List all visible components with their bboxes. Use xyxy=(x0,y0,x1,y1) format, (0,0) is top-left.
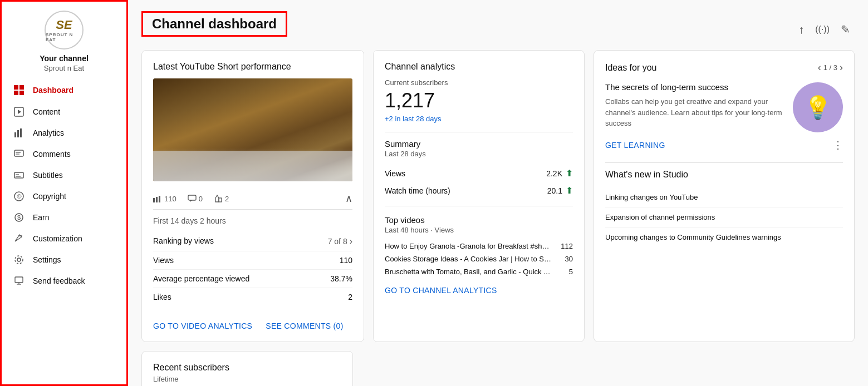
svg-point-20 xyxy=(17,258,21,261)
sidebar-item-label: Customization xyxy=(33,234,82,243)
short-metrics: Ranking by views 7 of 8 › Views 110 Aver… xyxy=(153,232,352,306)
channel-analytics-card: Channel analytics Current subscribers 1,… xyxy=(373,50,585,342)
views-up-arrow: ⬆ xyxy=(566,168,573,179)
top-video-row-3: Bruschetta with Tomato, Basil, and Garli… xyxy=(385,265,573,278)
views-stat: 110 xyxy=(153,195,176,203)
analytics-card-title: Channel analytics xyxy=(385,62,573,72)
ideas-card: Ideas for you ‹ 1 / 3 › The secrets of l… xyxy=(594,50,855,342)
sidebar-item-copyright[interactable]: © Copyright xyxy=(2,186,126,207)
sidebar-item-label: Comments xyxy=(33,150,71,159)
top-video-title-2: Cookies Storage Ideas - A Cookies Jar | … xyxy=(385,255,552,263)
comments-stat: 0 xyxy=(188,195,203,203)
comments-count: 0 xyxy=(199,195,203,203)
main-content: Channel dashboard ↑ ((·)) ✎ Latest YouTu… xyxy=(128,0,868,386)
sidebar-item-label: Send feedback xyxy=(33,276,85,285)
recent-subs-title: Recent subscribers xyxy=(153,363,341,373)
news-item-3[interactable]: Upcoming changes to Community Guidelines… xyxy=(605,227,843,247)
likes-row: Likes 2 xyxy=(153,288,352,306)
svg-rect-25 xyxy=(153,198,155,202)
sidebar-item-earn[interactable]: $ Earn xyxy=(2,207,126,228)
ideas-next-btn[interactable]: › xyxy=(840,62,843,73)
sidebar-item-content[interactable]: Content xyxy=(2,101,126,122)
subscribers-count: 1,217 xyxy=(385,89,573,112)
logo-sub-text: SPROUT N EAT xyxy=(46,32,82,42)
top-video-views-2: 30 xyxy=(556,255,573,263)
svg-rect-3 xyxy=(19,91,24,95)
sidebar-item-analytics[interactable]: Analytics xyxy=(2,122,126,143)
views-bar-icon xyxy=(153,195,162,202)
top-video-row-2: Cookies Storage Ideas - A Cookies Jar | … xyxy=(385,253,573,265)
sidebar-item-dashboard[interactable]: Dashboard xyxy=(2,79,126,101)
feedback-icon xyxy=(13,276,25,286)
svg-rect-28 xyxy=(188,195,196,200)
get-learning-btn[interactable]: GET LEARNING xyxy=(605,141,665,150)
channel-label: Your channel xyxy=(40,54,89,63)
avg-pct-label: Average percentage viewed xyxy=(153,274,249,283)
analytics-views-label: Views xyxy=(385,169,405,178)
sidebar-item-customization[interactable]: Customization xyxy=(2,228,126,249)
short-thumbnail xyxy=(153,78,352,181)
comment-icon-sm xyxy=(188,195,197,202)
avg-pct-value: 38.7% xyxy=(330,274,352,283)
expand-icon[interactable]: ∧ xyxy=(345,192,352,205)
top-videos-title: Top videos xyxy=(385,215,573,225)
svg-rect-7 xyxy=(17,130,19,137)
see-comments-btn[interactable]: SEE COMMENTS (0) xyxy=(266,321,343,330)
sidebar-item-comments[interactable]: Comments xyxy=(2,143,126,165)
short-period: First 14 days 2 hours xyxy=(153,216,352,225)
like-icon-sm xyxy=(214,195,223,202)
top-video-views-1: 112 xyxy=(556,242,573,250)
summary-period: Last 28 days xyxy=(385,150,573,158)
news-item-1[interactable]: Linking changes on YouTube xyxy=(605,187,843,207)
sidebar: SE SPROUT N EAT Your channel Sprout n Ea… xyxy=(0,0,128,386)
upload-icon[interactable]: ↑ xyxy=(798,23,804,36)
sidebar-item-subtitles[interactable]: Subtitles xyxy=(2,165,126,186)
recent-subs-period: Lifetime xyxy=(153,375,341,383)
edit-icon[interactable]: ✎ xyxy=(841,23,850,36)
svg-marker-5 xyxy=(18,110,21,114)
svg-rect-9 xyxy=(14,150,23,156)
analytics-views-row: Views 2.2K ⬆ xyxy=(385,165,573,182)
copyright-icon: © xyxy=(13,191,25,201)
ideas-divider xyxy=(605,162,843,163)
cards-row-1: Latest YouTube Short performance 110 0 2 xyxy=(141,50,855,342)
svg-rect-2 xyxy=(14,91,18,95)
whats-new-title: What's new in Studio xyxy=(605,170,843,180)
likes-metric-label: Likes xyxy=(153,293,171,301)
settings-icon xyxy=(13,255,25,265)
svg-rect-6 xyxy=(14,132,16,137)
sidebar-item-feedback[interactable]: Send feedback xyxy=(2,270,126,291)
ideas-page: 1 / 3 xyxy=(823,63,837,72)
top-video-title-1: How to Enjoy Granola -Granola for Breakf… xyxy=(385,242,552,250)
svg-rect-26 xyxy=(156,197,158,202)
svg-text:©: © xyxy=(17,193,22,200)
go-channel-analytics-btn[interactable]: GO TO CHANNEL ANALYTICS xyxy=(385,286,497,295)
subscribers-change: +2 in last 28 days xyxy=(385,115,573,123)
svg-rect-1 xyxy=(19,85,24,90)
earn-icon: $ xyxy=(13,212,25,222)
ideas-prev-btn[interactable]: ‹ xyxy=(818,62,821,73)
channel-logo: SE SPROUT N EAT xyxy=(45,11,84,50)
sidebar-item-label: Dashboard xyxy=(33,86,73,95)
bulb-icon: 💡 xyxy=(804,95,832,121)
live-icon[interactable]: ((·)) xyxy=(815,24,830,34)
sidebar-item-label: Earn xyxy=(33,213,50,222)
divider-1 xyxy=(385,132,573,132)
likes-stat: 2 xyxy=(214,195,229,203)
sidebar-item-label: Analytics xyxy=(33,128,64,137)
idea-subtitle: The secrets of long-term success xyxy=(605,82,784,92)
sidebar-item-label: Copyright xyxy=(33,192,66,201)
watchtime-up-arrow: ⬆ xyxy=(566,185,573,196)
more-options-icon[interactable]: ⋮ xyxy=(833,139,843,151)
ranking-chevron[interactable]: › xyxy=(350,236,352,246)
analytics-watchtime-label: Watch time (hours) xyxy=(385,186,450,195)
views-metric-value: 110 xyxy=(340,256,352,265)
analytics-views-value: 2.2K ⬆ xyxy=(546,168,573,179)
channel-handle: Sprout n Eat xyxy=(44,64,84,72)
short-card-title: Latest YouTube Short performance xyxy=(153,62,352,72)
sidebar-item-label: Subtitles xyxy=(33,171,63,180)
sidebar-item-settings[interactable]: Settings xyxy=(2,249,126,270)
news-item-2[interactable]: Expansion of channel permissions xyxy=(605,207,843,227)
go-video-analytics-btn[interactable]: GO TO VIDEO ANALYTICS xyxy=(153,321,252,330)
ranking-value: 7 of 8 › xyxy=(328,236,352,246)
